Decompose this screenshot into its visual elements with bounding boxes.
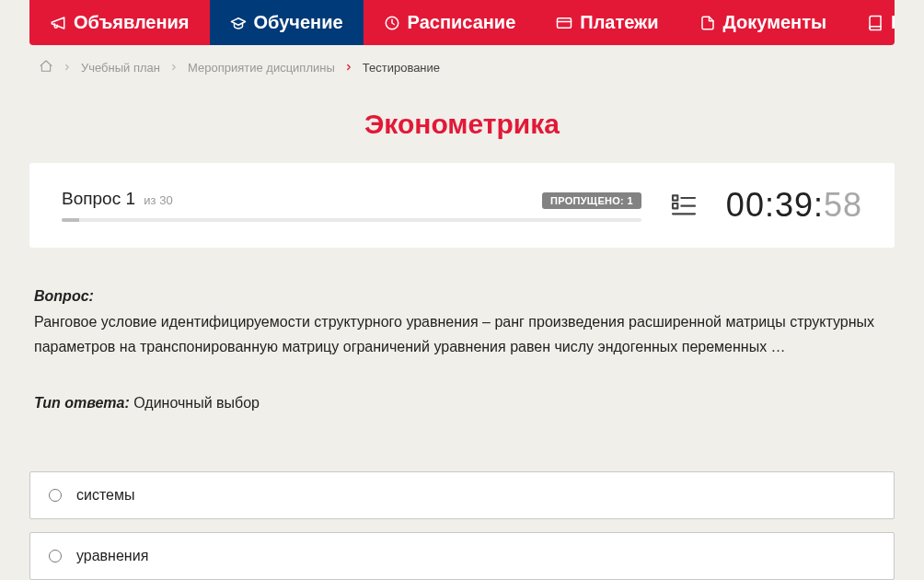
nav-item-education[interactable]: Обучение: [210, 0, 364, 45]
answer-text: уравнения: [76, 548, 148, 564]
clock-icon: [384, 15, 400, 31]
skipped-badge: ПРОПУЩЕНО: 1: [542, 192, 641, 209]
doc-icon: [699, 15, 716, 31]
megaphone-icon: [50, 15, 66, 31]
card-icon: [556, 15, 572, 31]
question-label: Вопрос:: [34, 288, 94, 304]
answer-option[interactable]: системы: [29, 471, 895, 519]
of-word: из: [144, 193, 156, 207]
answer-type-label: Тип ответа:: [34, 395, 130, 411]
question-list-icon[interactable]: [669, 191, 699, 220]
answer-option[interactable]: уравнения: [29, 532, 895, 580]
progress-bar: [62, 218, 641, 222]
breadcrumb: Учебный план Мероприятие дисциплины Тест…: [29, 45, 895, 76]
question-total: 30: [159, 193, 172, 207]
nav-label: Документы: [723, 12, 826, 33]
svg-rect-4: [673, 203, 677, 208]
nav-label: Платежи: [580, 12, 658, 33]
timer-seconds: 58: [824, 186, 862, 224]
nav-label: Объявления: [74, 12, 190, 33]
chevron-right-icon: [169, 61, 179, 75]
nav-item-library[interactable]: Библиотека: [847, 0, 895, 45]
page-title: Эконометрика: [29, 109, 895, 140]
question-text: Ранговое условие идентифицируемости стру…: [34, 310, 890, 359]
book-icon: [867, 15, 884, 31]
svg-rect-1: [558, 17, 572, 28]
question-word: Вопрос: [62, 189, 121, 208]
answers-list: системы уравнения: [29, 471, 895, 580]
question-index: 1: [125, 189, 135, 208]
chevron-right-icon: [344, 61, 353, 75]
breadcrumb-item[interactable]: Мероприятие дисциплины: [188, 61, 335, 75]
breadcrumb-item[interactable]: Учебный план: [81, 61, 160, 75]
home-icon[interactable]: [39, 59, 53, 76]
nav-label: Библиотека: [891, 12, 895, 33]
answer-text: системы: [76, 487, 134, 504]
timer-main: 00:39:: [726, 186, 824, 224]
question-number: Вопрос 1 из 30: [62, 189, 173, 209]
nav-label: Расписание: [408, 12, 516, 33]
nav-label: Обучение: [254, 12, 343, 33]
answer-radio[interactable]: [49, 489, 62, 502]
nav-item-documents[interactable]: Документы: [679, 0, 847, 45]
nav-item-announcements[interactable]: Объявления: [29, 0, 210, 45]
answer-type-value: Одиночный выбор: [133, 395, 260, 411]
nav-item-schedule[interactable]: Расписание: [364, 0, 537, 45]
question-body: Вопрос: Ранговое условие идентифицируемо…: [29, 248, 895, 444]
grad-cap-icon: [230, 15, 247, 31]
svg-rect-2: [673, 195, 677, 200]
nav-item-payments[interactable]: Платежи: [536, 0, 678, 45]
main-nav: Объявления Обучение Расписание Платежи: [29, 0, 895, 45]
breadcrumb-current: Тестирование: [363, 61, 440, 75]
timer: 00:39:58: [726, 186, 862, 225]
answer-radio[interactable]: [49, 550, 62, 563]
chevron-right-icon: [63, 61, 72, 75]
question-status-panel: Вопрос 1 из 30 ПРОПУЩЕНО: 1: [29, 163, 895, 248]
